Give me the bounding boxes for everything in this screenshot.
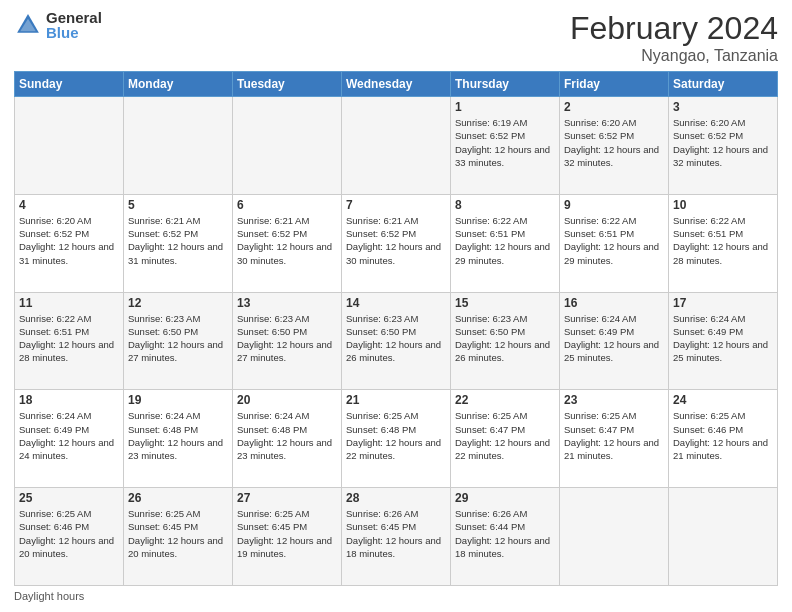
- calendar-week-1: 1Sunrise: 6:19 AM Sunset: 6:52 PM Daylig…: [15, 97, 778, 195]
- calendar-cell: 27Sunrise: 6:25 AM Sunset: 6:45 PM Dayli…: [233, 488, 342, 586]
- day-number: 18: [19, 393, 119, 407]
- header-day-saturday: Saturday: [669, 72, 778, 97]
- day-number: 27: [237, 491, 337, 505]
- day-info: Sunrise: 6:25 AM Sunset: 6:46 PM Dayligh…: [673, 409, 773, 462]
- calendar-cell: 20Sunrise: 6:24 AM Sunset: 6:48 PM Dayli…: [233, 390, 342, 488]
- calendar-cell: 6Sunrise: 6:21 AM Sunset: 6:52 PM Daylig…: [233, 194, 342, 292]
- title-block: February 2024 Nyangao, Tanzania: [570, 10, 778, 65]
- header-day-wednesday: Wednesday: [342, 72, 451, 97]
- day-info: Sunrise: 6:23 AM Sunset: 6:50 PM Dayligh…: [128, 312, 228, 365]
- day-number: 10: [673, 198, 773, 212]
- calendar-cell: 12Sunrise: 6:23 AM Sunset: 6:50 PM Dayli…: [124, 292, 233, 390]
- calendar-body: 1Sunrise: 6:19 AM Sunset: 6:52 PM Daylig…: [15, 97, 778, 586]
- calendar-cell: 11Sunrise: 6:22 AM Sunset: 6:51 PM Dayli…: [15, 292, 124, 390]
- footer: Daylight hours: [14, 590, 778, 602]
- header-day-thursday: Thursday: [451, 72, 560, 97]
- day-info: Sunrise: 6:25 AM Sunset: 6:46 PM Dayligh…: [19, 507, 119, 560]
- day-info: Sunrise: 6:26 AM Sunset: 6:44 PM Dayligh…: [455, 507, 555, 560]
- calendar-cell: [560, 488, 669, 586]
- calendar-cell: 13Sunrise: 6:23 AM Sunset: 6:50 PM Dayli…: [233, 292, 342, 390]
- calendar-cell: 9Sunrise: 6:22 AM Sunset: 6:51 PM Daylig…: [560, 194, 669, 292]
- day-number: 20: [237, 393, 337, 407]
- calendar-cell: 2Sunrise: 6:20 AM Sunset: 6:52 PM Daylig…: [560, 97, 669, 195]
- day-number: 29: [455, 491, 555, 505]
- logo-icon: [14, 11, 42, 39]
- day-number: 5: [128, 198, 228, 212]
- day-number: 17: [673, 296, 773, 310]
- calendar-cell: [15, 97, 124, 195]
- calendar-cell: [233, 97, 342, 195]
- day-number: 14: [346, 296, 446, 310]
- logo-general-text: General: [46, 10, 102, 25]
- day-number: 2: [564, 100, 664, 114]
- day-info: Sunrise: 6:25 AM Sunset: 6:47 PM Dayligh…: [455, 409, 555, 462]
- day-number: 24: [673, 393, 773, 407]
- calendar-cell: 23Sunrise: 6:25 AM Sunset: 6:47 PM Dayli…: [560, 390, 669, 488]
- day-info: Sunrise: 6:23 AM Sunset: 6:50 PM Dayligh…: [237, 312, 337, 365]
- day-info: Sunrise: 6:22 AM Sunset: 6:51 PM Dayligh…: [673, 214, 773, 267]
- day-number: 25: [19, 491, 119, 505]
- calendar-week-5: 25Sunrise: 6:25 AM Sunset: 6:46 PM Dayli…: [15, 488, 778, 586]
- day-info: Sunrise: 6:26 AM Sunset: 6:45 PM Dayligh…: [346, 507, 446, 560]
- day-info: Sunrise: 6:25 AM Sunset: 6:45 PM Dayligh…: [237, 507, 337, 560]
- day-info: Sunrise: 6:23 AM Sunset: 6:50 PM Dayligh…: [455, 312, 555, 365]
- day-info: Sunrise: 6:21 AM Sunset: 6:52 PM Dayligh…: [128, 214, 228, 267]
- day-number: 16: [564, 296, 664, 310]
- day-info: Sunrise: 6:24 AM Sunset: 6:49 PM Dayligh…: [19, 409, 119, 462]
- header-day-monday: Monday: [124, 72, 233, 97]
- day-number: 26: [128, 491, 228, 505]
- day-info: Sunrise: 6:22 AM Sunset: 6:51 PM Dayligh…: [19, 312, 119, 365]
- day-number: 1: [455, 100, 555, 114]
- calendar-cell: 8Sunrise: 6:22 AM Sunset: 6:51 PM Daylig…: [451, 194, 560, 292]
- calendar-cell: 24Sunrise: 6:25 AM Sunset: 6:46 PM Dayli…: [669, 390, 778, 488]
- day-info: Sunrise: 6:24 AM Sunset: 6:48 PM Dayligh…: [237, 409, 337, 462]
- day-number: 9: [564, 198, 664, 212]
- calendar-cell: 14Sunrise: 6:23 AM Sunset: 6:50 PM Dayli…: [342, 292, 451, 390]
- day-info: Sunrise: 6:20 AM Sunset: 6:52 PM Dayligh…: [564, 116, 664, 169]
- calendar-cell: 22Sunrise: 6:25 AM Sunset: 6:47 PM Dayli…: [451, 390, 560, 488]
- day-number: 4: [19, 198, 119, 212]
- calendar-cell: 18Sunrise: 6:24 AM Sunset: 6:49 PM Dayli…: [15, 390, 124, 488]
- calendar-cell: 3Sunrise: 6:20 AM Sunset: 6:52 PM Daylig…: [669, 97, 778, 195]
- day-info: Sunrise: 6:21 AM Sunset: 6:52 PM Dayligh…: [237, 214, 337, 267]
- day-number: 22: [455, 393, 555, 407]
- calendar-cell: [669, 488, 778, 586]
- title-location: Nyangao, Tanzania: [570, 47, 778, 65]
- day-info: Sunrise: 6:24 AM Sunset: 6:49 PM Dayligh…: [564, 312, 664, 365]
- calendar-week-2: 4Sunrise: 6:20 AM Sunset: 6:52 PM Daylig…: [15, 194, 778, 292]
- calendar-week-3: 11Sunrise: 6:22 AM Sunset: 6:51 PM Dayli…: [15, 292, 778, 390]
- day-info: Sunrise: 6:23 AM Sunset: 6:50 PM Dayligh…: [346, 312, 446, 365]
- calendar-cell: 19Sunrise: 6:24 AM Sunset: 6:48 PM Dayli…: [124, 390, 233, 488]
- day-number: 8: [455, 198, 555, 212]
- day-info: Sunrise: 6:19 AM Sunset: 6:52 PM Dayligh…: [455, 116, 555, 169]
- calendar-cell: [342, 97, 451, 195]
- day-info: Sunrise: 6:24 AM Sunset: 6:49 PM Dayligh…: [673, 312, 773, 365]
- day-info: Sunrise: 6:20 AM Sunset: 6:52 PM Dayligh…: [19, 214, 119, 267]
- calendar-cell: 26Sunrise: 6:25 AM Sunset: 6:45 PM Dayli…: [124, 488, 233, 586]
- day-number: 11: [19, 296, 119, 310]
- title-month: February 2024: [570, 10, 778, 47]
- header-row: SundayMondayTuesdayWednesdayThursdayFrid…: [15, 72, 778, 97]
- calendar-cell: 25Sunrise: 6:25 AM Sunset: 6:46 PM Dayli…: [15, 488, 124, 586]
- calendar-cell: 10Sunrise: 6:22 AM Sunset: 6:51 PM Dayli…: [669, 194, 778, 292]
- header-day-tuesday: Tuesday: [233, 72, 342, 97]
- calendar-cell: 4Sunrise: 6:20 AM Sunset: 6:52 PM Daylig…: [15, 194, 124, 292]
- header-day-friday: Friday: [560, 72, 669, 97]
- day-info: Sunrise: 6:22 AM Sunset: 6:51 PM Dayligh…: [455, 214, 555, 267]
- logo-blue-text: Blue: [46, 25, 102, 40]
- calendar-cell: 15Sunrise: 6:23 AM Sunset: 6:50 PM Dayli…: [451, 292, 560, 390]
- calendar-week-4: 18Sunrise: 6:24 AM Sunset: 6:49 PM Dayli…: [15, 390, 778, 488]
- day-number: 12: [128, 296, 228, 310]
- day-info: Sunrise: 6:25 AM Sunset: 6:48 PM Dayligh…: [346, 409, 446, 462]
- calendar-cell: 7Sunrise: 6:21 AM Sunset: 6:52 PM Daylig…: [342, 194, 451, 292]
- page: General Blue February 2024 Nyangao, Tanz…: [0, 0, 792, 612]
- calendar-cell: 29Sunrise: 6:26 AM Sunset: 6:44 PM Dayli…: [451, 488, 560, 586]
- day-number: 15: [455, 296, 555, 310]
- day-info: Sunrise: 6:24 AM Sunset: 6:48 PM Dayligh…: [128, 409, 228, 462]
- calendar-cell: 1Sunrise: 6:19 AM Sunset: 6:52 PM Daylig…: [451, 97, 560, 195]
- day-number: 3: [673, 100, 773, 114]
- calendar-cell: 16Sunrise: 6:24 AM Sunset: 6:49 PM Dayli…: [560, 292, 669, 390]
- calendar-cell: 17Sunrise: 6:24 AM Sunset: 6:49 PM Dayli…: [669, 292, 778, 390]
- header-day-sunday: Sunday: [15, 72, 124, 97]
- day-number: 13: [237, 296, 337, 310]
